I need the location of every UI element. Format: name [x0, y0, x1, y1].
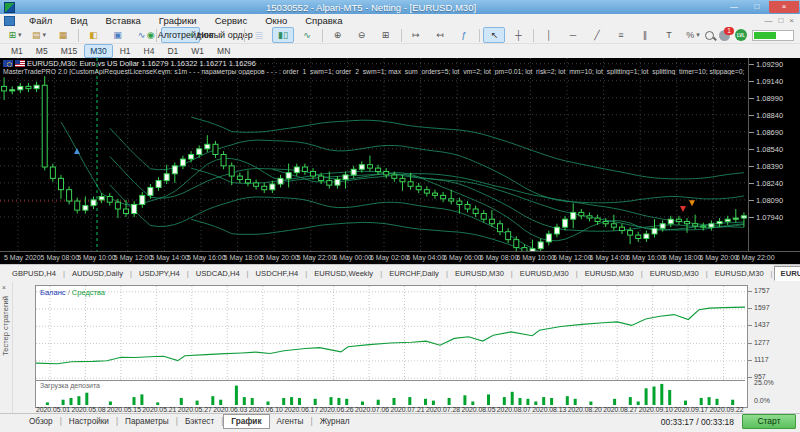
- timeframe-h1[interactable]: H1: [114, 44, 137, 58]
- price-chart[interactable]: EURUSD,M30: Euro vs US Dollar 1.16279 1.…: [0, 58, 748, 251]
- strategy-tester-button[interactable]: ▦: [52, 27, 74, 43]
- balance-canvas: [36, 286, 745, 380]
- tester-date-label: 2020.09.10: [639, 406, 673, 413]
- menu-item-графики[interactable]: Графики: [150, 14, 206, 27]
- chart-tab-eurusd-m30[interactable]: EURUSD,M30: [449, 267, 510, 280]
- timeframe-d1[interactable]: D1: [161, 44, 184, 58]
- tester-tab-агенты[interactable]: Агенты: [270, 415, 311, 428]
- mdi-close-button[interactable]: ×: [789, 16, 794, 25]
- search-icon[interactable]: [705, 31, 714, 40]
- chart-tab-usdcad-h4[interactable]: USDCAD,H4: [190, 267, 246, 280]
- tester-tab-журнал[interactable]: Журнал: [313, 415, 357, 428]
- menu-item-вид[interactable]: Вид: [61, 14, 96, 27]
- mdi-restore-button[interactable]: □: [778, 16, 783, 25]
- timeframe-mn[interactable]: MN: [211, 44, 236, 58]
- tester-tab-бэктест[interactable]: Бэктест: [178, 415, 221, 428]
- menu-item-вставка[interactable]: Вставка: [97, 14, 150, 27]
- new-order-button[interactable]: +Новый ордер: [202, 27, 239, 43]
- tester-tab-параметры[interactable]: Параметры: [118, 415, 176, 428]
- timeframe-m30[interactable]: M30: [84, 44, 113, 58]
- notification-badge: 1: [724, 27, 734, 35]
- zoom-out-button[interactable]: ⊖: [351, 27, 373, 43]
- price-axis-label: 1.08090: [756, 196, 783, 205]
- market-watch-button[interactable]: ◧: [82, 27, 104, 43]
- close-button[interactable]: ×: [769, 1, 799, 13]
- chart-tab-eurusd-m30[interactable]: EURUSD,M30: [579, 267, 640, 280]
- community-icon[interactable]: 1: [719, 30, 730, 41]
- chart-shift-button[interactable]: ↤: [429, 27, 451, 43]
- chart-tab-gbpusd-h4[interactable]: GBPUSD,H4: [6, 267, 62, 280]
- profiles-button[interactable]: ▤▾: [28, 27, 50, 43]
- lvl-icon[interactable]: LVL: [735, 29, 747, 41]
- bar-chart-button[interactable]: 𝄙: [248, 27, 270, 43]
- load-max-label: 25.0%: [754, 379, 774, 386]
- tester-title-strip: × Тестер стратегий: [0, 282, 13, 413]
- tester-chart[interactable]: Баланс / Средства Загрузка депозита: [35, 285, 748, 408]
- trendline-button[interactable]: ╱: [586, 27, 608, 43]
- cursor-button[interactable]: ↖: [483, 27, 505, 43]
- channel-button[interactable]: ∥: [634, 27, 656, 43]
- timeframe-m1[interactable]: M1: [5, 44, 29, 58]
- vertical-line-button[interactable]: │: [538, 27, 560, 43]
- horizontal-line-button[interactable]: ─: [562, 27, 584, 43]
- mdi-minimize-button[interactable]: —: [764, 16, 772, 25]
- minimize-button[interactable]: —: [723, 1, 745, 13]
- chart-tab-eurusd-m30[interactable]: EURUSD,M30: [644, 267, 705, 280]
- algo-trading-button[interactable]: ◉Алготрейдинг: [161, 27, 200, 43]
- price-axis-label: 1.09290: [756, 60, 783, 69]
- menu-item-сервис[interactable]: Сервис: [206, 14, 257, 27]
- data-window-icon: ▣: [113, 30, 122, 40]
- price-tick: [749, 64, 754, 65]
- tester-scale-tick: [748, 343, 752, 344]
- crosshair-button[interactable]: ┼: [507, 27, 529, 43]
- tester-scale-tick: [748, 291, 752, 292]
- timeframe-m5[interactable]: M5: [30, 44, 54, 58]
- tester-date-label: 2020.08.20: [568, 406, 602, 413]
- new-order-icon: +: [189, 30, 194, 40]
- new-chart-button[interactable]: ⊞▾: [4, 27, 26, 43]
- tester-tab-обзор[interactable]: Обзор: [22, 415, 60, 428]
- chart-tab-usdjpy-h4[interactable]: USDJPY,H4: [133, 267, 186, 280]
- chart-tab-eurusd-m30[interactable]: EURUSD,M30: [774, 266, 800, 281]
- chart-tab-audusd-daily[interactable]: AUDUSD,Daily: [66, 267, 129, 280]
- data-window-button[interactable]: ▣: [106, 27, 128, 43]
- menu-item-справка[interactable]: Справка: [296, 14, 351, 27]
- text-button[interactable]: T: [658, 27, 680, 43]
- tester-date-label: 2020.07.21: [391, 406, 425, 413]
- strategy-tester-panel: × Тестер стратегий Баланс / Средства Заг…: [0, 282, 800, 413]
- indicators-icon: ƒ: [461, 30, 466, 40]
- price-axis[interactable]: 1.092901.091401.089901.088401.086901.085…: [748, 58, 800, 251]
- chart-tab-eurusd-m30[interactable]: EURUSD,M30: [514, 267, 575, 280]
- time-axis-label: 6 May 00:00: [333, 254, 372, 261]
- objects-button[interactable]: %▾: [682, 27, 704, 43]
- maximize-button[interactable]: □: [746, 1, 768, 13]
- timeframe-w1[interactable]: W1: [185, 44, 210, 58]
- menu-item-файл[interactable]: Файл: [20, 14, 61, 27]
- menu-item-окно[interactable]: Окно: [256, 14, 296, 27]
- tester-tab-график[interactable]: График: [223, 414, 269, 429]
- tester-elapsed-time: 00:33:17 / 00:33:18: [661, 417, 734, 427]
- start-button[interactable]: Старт: [742, 414, 796, 429]
- auto-scroll-button[interactable]: ↦: [405, 27, 427, 43]
- line-chart-button[interactable]: ∿: [296, 27, 318, 43]
- chart-tab-eurusd-m30[interactable]: EURUSD,M30: [709, 267, 770, 280]
- zoom-in-icon: ⊕: [334, 30, 342, 40]
- fibonacci-button[interactable]: ≡: [610, 27, 632, 43]
- tile-windows-button[interactable]: ⊞: [375, 27, 397, 43]
- candlestick-chart-button[interactable]: ▮▯: [272, 27, 294, 43]
- tester-date-label: 2020.06.03: [213, 406, 247, 413]
- tab-separator: |: [641, 269, 643, 278]
- chart-tab-eurusd-weekly[interactable]: EURUSD,Weekly: [308, 267, 379, 280]
- time-axis[interactable]: 5 May 20205 May 08:005 May 10:005 May 12…: [0, 251, 800, 265]
- timeframe-h4[interactable]: H4: [138, 44, 161, 58]
- tester-date-label: 2020.08.27: [603, 406, 637, 413]
- tester-date-label: 2020.07.28: [426, 406, 460, 413]
- timeframe-m15[interactable]: M15: [55, 44, 84, 58]
- tester-close-icon[interactable]: ×: [2, 284, 6, 291]
- zoom-in-button[interactable]: ⊕: [327, 27, 349, 43]
- chart-tab-eurchf-daily[interactable]: EURCHF,Daily: [383, 267, 445, 280]
- tester-tab-настройки[interactable]: Настройки: [62, 415, 116, 428]
- indicators-button[interactable]: ƒ: [453, 27, 475, 43]
- chart-tab-usdchf-h4[interactable]: USDCHF,H4: [250, 267, 305, 280]
- tester-scale-tick: [748, 377, 752, 378]
